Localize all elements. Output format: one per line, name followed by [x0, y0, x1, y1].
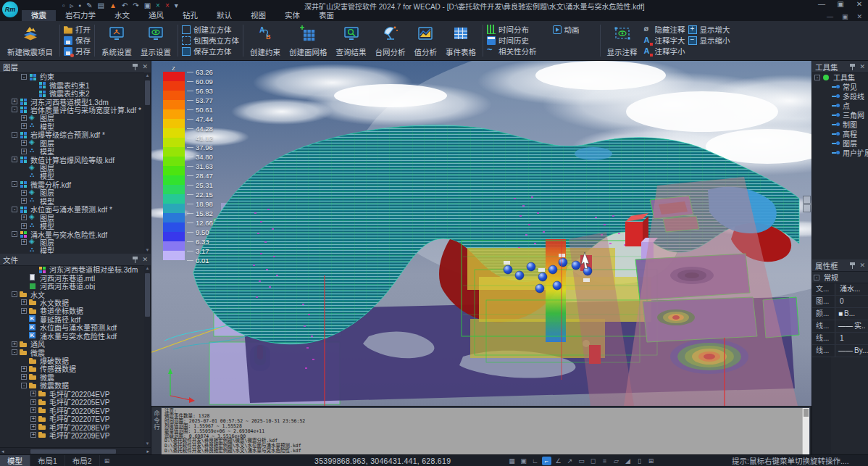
redo-icon[interactable]: ↷ [133, 1, 138, 10]
layer-tree-item[interactable]: 模型 [0, 246, 144, 254]
menu-tab[interactable]: 水文 [105, 9, 139, 21]
layer-tree-item[interactable]: + 图层 [0, 213, 144, 221]
layer-tree-item[interactable]: - 约束 [0, 72, 144, 80]
layer-tree-item[interactable]: - 涌水量与突水危险性.kdf [0, 230, 144, 238]
file-tree-item[interactable]: 河西河东巷道.obj [0, 282, 144, 290]
annotation-scale-icon[interactable]: ◢ [623, 457, 633, 465]
time-distribution-button[interactable]: 时间分布 [487, 25, 537, 34]
save-as-button[interactable]: 另存 [64, 46, 91, 56]
selection-cycling-icon[interactable]: ≡ [600, 457, 609, 465]
file-tree-item[interactable]: + 水文数据 [0, 299, 144, 307]
expander-icon[interactable]: - [21, 74, 27, 80]
menu-tab[interactable]: 视图 [241, 9, 275, 21]
app-logo-icon[interactable]: Rm [2, 1, 18, 17]
toolset-item[interactable]: 制图 [812, 120, 868, 129]
event-table-button[interactable]: 事件表格 [441, 22, 480, 59]
save-cube-button[interactable]: 保存立方体 [182, 46, 239, 56]
property-row[interactable]: 线... ——By... [812, 345, 868, 357]
pin-icon[interactable] [133, 257, 138, 263]
expander-icon[interactable]: + [21, 190, 27, 196]
lineweight-icon[interactable]: ▭ [577, 457, 586, 465]
file-tree-item[interactable]: + 微震 [0, 373, 144, 381]
display-larger-button[interactable]: 显示增大 [688, 25, 730, 34]
layer-tree-item[interactable]: + 数值计算岩爆风险等级.kdf [0, 155, 144, 163]
menu-tab[interactable]: 岩石力学 [56, 9, 105, 21]
layer-tree-item[interactable]: + 图层 [0, 238, 144, 246]
ortho-icon[interactable]: ∟ [530, 457, 540, 465]
layer-tree-item[interactable]: + 模型 [0, 147, 144, 155]
display-settings-button[interactable]: 显示设置 [136, 22, 175, 59]
layer-tree-item[interactable]: + 图层 [0, 188, 144, 196]
system-settings-button[interactable]: 系统设置 [97, 22, 136, 59]
menu-tab[interactable]: 通风 [139, 9, 173, 21]
expander-icon[interactable]: - [12, 181, 17, 187]
snap-icon[interactable]: ▣ [519, 457, 528, 465]
toolset-item[interactable]: 点 [812, 101, 868, 110]
expander-icon[interactable]: + [30, 424, 36, 430]
file-tree-item[interactable]: - 微震 [0, 348, 144, 356]
layer-tree-item[interactable]: 图层 [0, 164, 144, 172]
properties-section-header[interactable]: - 常规 [812, 272, 868, 283]
expander-icon[interactable]: + [21, 366, 27, 372]
property-row[interactable]: 文... 涌水... [812, 283, 868, 296]
file-tree-item[interactable]: + 通风 [0, 340, 144, 348]
expander-icon[interactable]: + [30, 391, 36, 396]
layer-tree-item[interactable]: + 模型 [0, 222, 144, 230]
layer-tree-item[interactable]: - 岩体质量评估与采场宽度计算.kdf * [0, 106, 144, 114]
viewport-panel-handle[interactable] [803, 196, 811, 204]
app-logo-a-icon[interactable]: ▲ [109, 1, 117, 10]
new-project-button[interactable]: 新建微震项目 [3, 22, 57, 59]
expander-icon[interactable]: + [12, 341, 17, 347]
layout-tab[interactable]: 布局2 [65, 455, 100, 466]
expander-icon[interactable]: + [21, 239, 27, 245]
undo-icon[interactable]: ↶ [122, 1, 128, 10]
create-mesh-button[interactable]: 创建面网格 [285, 22, 332, 59]
expander-icon[interactable]: + [12, 99, 17, 104]
save-file-icon[interactable]: ▪ [79, 1, 82, 10]
open-button[interactable]: 打开 [64, 25, 91, 34]
file-tree-item[interactable]: + 毛坪矿202208EVP [0, 423, 144, 430]
correlation-analysis-button[interactable]: 相关性分析 [487, 46, 537, 56]
time-history-button[interactable]: 时间历史 [487, 36, 537, 45]
file-tree-item[interactable]: + 巷道坐标数据 [0, 307, 144, 315]
polar-tracking-icon[interactable]: ⌐ [542, 457, 551, 465]
hide-annotation-button[interactable]: 隐藏注释 [643, 25, 685, 34]
layer-tree-item[interactable]: - 岩爆等级综合预测.kdf * [0, 130, 144, 138]
layer-tree-item[interactable]: 模型 [0, 172, 144, 180]
property-row[interactable]: 颜... ■B... [812, 308, 868, 320]
expander-icon[interactable]: + [12, 157, 17, 162]
expander-icon[interactable]: + [21, 149, 27, 154]
annotation-smaller-button[interactable]: 注释字小 [643, 46, 685, 56]
save-button[interactable]: 保存 [64, 36, 91, 45]
animation-button[interactable]: 动画 [553, 25, 580, 34]
toolset-item[interactable]: 图层 [812, 138, 868, 148]
3d-viewport[interactable]: Z 63.2660.0956.9353.7750.6147.4444.2841.… [151, 61, 811, 406]
file-tree-item[interactable]: + 毛坪矿202205EVP [0, 398, 144, 406]
toolset-item[interactable]: 多段线 [812, 91, 868, 101]
layer-tree-item[interactable]: - 水位面与涌水量预测.kdf * [0, 205, 144, 213]
close-view-teal-icon[interactable]: × [156, 1, 160, 10]
doc-restore-icon[interactable]: ▣ [842, 13, 848, 20]
expander-icon[interactable]: - [12, 231, 17, 237]
command-log-scrollbar[interactable] [802, 408, 809, 454]
osnap-icon[interactable]: ∠ [554, 457, 563, 465]
layout-tab[interactable]: 模型 [0, 455, 30, 466]
menu-tab[interactable]: 微震 [22, 9, 56, 21]
create-cube-button[interactable]: 创建立方体 [182, 25, 239, 34]
expander-icon[interactable]: + [21, 299, 27, 305]
expander-icon[interactable]: - [21, 383, 27, 388]
files-horizontal-scrollbar[interactable]: ◂▸ [0, 447, 151, 454]
expander-icon[interactable]: + [21, 123, 27, 129]
files-scrollbar[interactable]: ▲▼ [144, 265, 151, 447]
layer-tree-item[interactable]: + 模型 [0, 122, 144, 130]
transparency-icon[interactable]: ◻ [588, 457, 598, 465]
customize-icon[interactable]: ⊞ [646, 457, 656, 465]
panel-close-icon[interactable]: ✕ [142, 257, 148, 263]
toolset-item[interactable]: 高程 [812, 129, 868, 138]
print-icon[interactable]: ▤ [98, 1, 104, 10]
viewport-panel-handle[interactable] [803, 204, 811, 212]
edit-icon[interactable]: ✎ [86, 1, 92, 10]
expander-icon[interactable]: - [814, 75, 820, 80]
otrack-icon[interactable]: ↗ [565, 457, 575, 465]
pin-icon[interactable] [850, 64, 855, 70]
